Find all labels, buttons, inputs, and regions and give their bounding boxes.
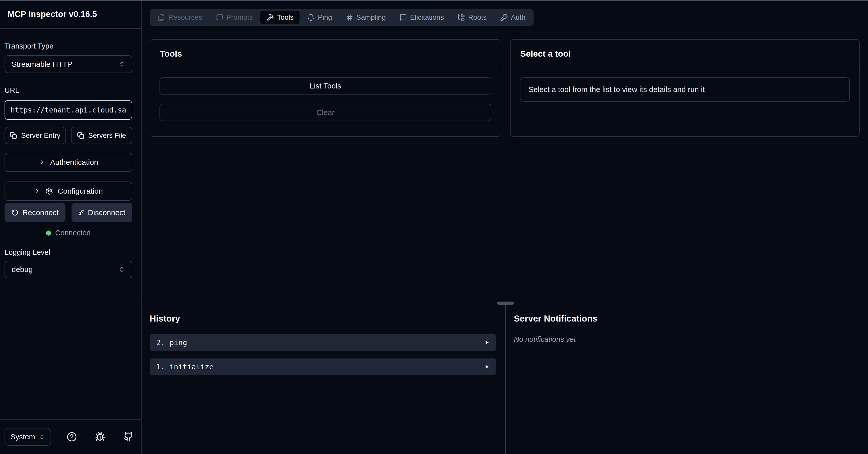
history-item-ping[interactable]: 2. ping (150, 334, 496, 351)
logging-level-value: debug (12, 265, 33, 274)
bug-icon (95, 432, 105, 442)
folder-tree-icon (458, 13, 465, 21)
tab-sampling[interactable]: Sampling (340, 11, 392, 24)
panels-row: Tools List Tools Clear Select a tool Sel… (150, 39, 860, 137)
help-circle-icon (67, 432, 77, 442)
top-scrollbar-strip (0, 0, 868, 1)
tab-label: Resources (168, 13, 202, 22)
report-bug-button[interactable] (95, 432, 105, 442)
connection-buttons: Reconnect Disconnect (5, 203, 132, 222)
history-item-initialize[interactable]: 1. initialize (150, 359, 496, 375)
server-notifications-panel: Server Notifications No notifications ye… (506, 303, 868, 454)
url-input[interactable]: https://tenant.api.cloud.sa (5, 100, 132, 120)
history-panel: History 2. ping 1. initialize (142, 303, 506, 454)
chevron-right-icon (38, 159, 45, 166)
transport-type-select[interactable]: Streamable HTTP (5, 55, 132, 73)
tab-label: Tools (277, 13, 293, 22)
sidebar-body: Transport Type Streamable HTTP URL https… (0, 29, 141, 419)
theme-value: System (11, 433, 35, 441)
tool-detail-title: Select a tool (520, 49, 571, 59)
list-tools-button[interactable]: List Tools (159, 78, 491, 94)
tab-resources: Resources (152, 11, 208, 24)
sidebar-footer: System (0, 419, 141, 454)
tools-panel-header: Tools (150, 40, 501, 68)
notifications-empty-text: No notifications yet (514, 335, 868, 343)
tab-elicitations[interactable]: Elicitations (393, 11, 450, 24)
chevron-right-icon (34, 187, 41, 195)
unplug-icon (79, 210, 84, 215)
tab-ping[interactable]: Ping (301, 11, 338, 24)
servers-file-button[interactable]: Servers File (71, 127, 132, 144)
chevrons-up-down-icon (119, 266, 125, 273)
tab-label: Roots (468, 13, 487, 22)
hammer-icon (267, 13, 274, 21)
help-button[interactable] (67, 432, 77, 442)
key-icon (500, 13, 508, 21)
url-value-after-caret: .api.cloud.sa (71, 106, 126, 114)
clear-tools-button[interactable]: Clear (159, 104, 491, 121)
url-label: URL (5, 86, 132, 94)
server-entry-label: Server Entry (21, 131, 60, 140)
expand-triangle-icon (484, 340, 490, 345)
disconnect-label: Disconnect (88, 208, 125, 217)
chevrons-up-down-icon (39, 434, 45, 440)
transport-type-label: Transport Type (5, 42, 132, 50)
tab-label: Sampling (356, 13, 386, 22)
tab-label: Auth (511, 13, 526, 22)
tab-label: Ping (318, 13, 332, 22)
expand-triangle-icon (484, 364, 490, 369)
tab-prompts: Prompts (210, 11, 259, 24)
chevrons-up-down-icon (119, 61, 125, 67)
sidebar-header: MCP Inspector v0.16.5 (0, 0, 141, 29)
tools-panel-body: List Tools Clear (150, 68, 501, 130)
files-icon (158, 13, 165, 21)
server-notifications-title: Server Notifications (514, 313, 868, 324)
message-square-icon (216, 13, 223, 21)
tab-label: Elicitations (410, 13, 444, 22)
copy-icon (10, 132, 17, 139)
logging-level-label: Logging Level (5, 248, 132, 256)
tab-bar: Resources Prompts Tools Ping Sampling El… (150, 9, 534, 26)
tab-tools[interactable]: Tools (260, 11, 300, 24)
history-item-label: 1. initialize (156, 363, 214, 371)
github-icon (123, 432, 133, 442)
configuration-expander[interactable]: Configuration (5, 181, 132, 201)
mcp-inspector-window: MCP Inspector v0.16.5 Transport Type Str… (0, 0, 868, 454)
tab-label: Prompts (226, 13, 253, 22)
app-title: MCP Inspector v0.16.5 (8, 9, 97, 19)
reconnect-label: Reconnect (23, 208, 59, 217)
resize-handle[interactable] (497, 302, 514, 305)
authentication-expander[interactable]: Authentication (5, 153, 132, 172)
tab-auth[interactable]: Auth (494, 11, 532, 24)
tools-panel-title: Tools (160, 49, 182, 59)
hash-icon (346, 13, 353, 21)
tab-roots[interactable]: Roots (452, 11, 493, 24)
bell-icon (307, 13, 315, 21)
bottom-panes: History 2. ping 1. initialize Server Not… (142, 303, 868, 454)
sidebar: MCP Inspector v0.16.5 Transport Type Str… (0, 0, 142, 454)
servers-file-label: Servers File (88, 131, 126, 140)
gear-icon (45, 187, 53, 195)
authentication-label: Authentication (50, 158, 98, 167)
connected-status-dot (46, 231, 51, 236)
connection-status: Connected (5, 229, 132, 237)
message-square-icon (399, 13, 407, 21)
transport-type-value: Streamable HTTP (12, 60, 72, 68)
reconnect-button[interactable]: Reconnect (5, 203, 65, 222)
connected-status-label: Connected (55, 229, 91, 237)
copy-icon (77, 132, 84, 139)
server-config-buttons: Server Entry Servers File (5, 127, 132, 144)
tool-detail-body: Select a tool from the list to view its … (510, 68, 859, 111)
theme-select[interactable]: System (5, 428, 51, 446)
tool-detail-panel: Select a tool Select a tool from the lis… (510, 39, 860, 137)
history-list: 2. ping 1. initialize (150, 334, 496, 375)
server-entry-button[interactable]: Server Entry (5, 127, 66, 144)
disconnect-button[interactable]: Disconnect (71, 203, 132, 222)
logging-level-select[interactable]: debug (5, 261, 132, 278)
tool-detail-header: Select a tool (510, 40, 859, 68)
history-item-label: 2. ping (156, 338, 187, 347)
footer-icons (67, 432, 133, 442)
tools-panel: Tools List Tools Clear (150, 39, 501, 137)
github-button[interactable] (123, 432, 133, 442)
configuration-label: Configuration (58, 187, 103, 195)
